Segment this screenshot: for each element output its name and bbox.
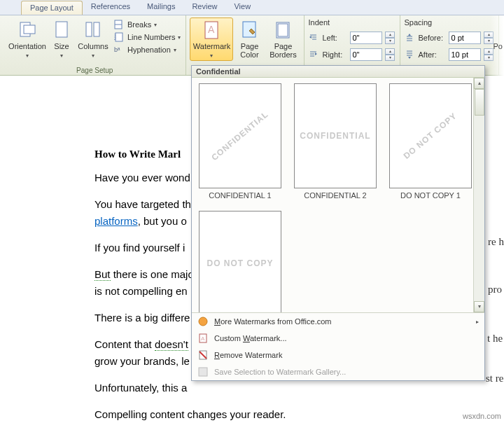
tab-view[interactable]: View — [225, 0, 259, 15]
watermark-item-confidential-1[interactable]: CONFIDENTIAL CONFIDENTIAL 1 — [199, 83, 281, 200]
indent-right-label: Right: — [322, 50, 349, 59]
group-label-page-setup: Page Setup — [7, 67, 182, 75]
indent-right-input[interactable] — [350, 48, 382, 61]
watermark-menu: MMore Watermarks from Office.comore Wate… — [192, 312, 484, 380]
indent-right-spinner[interactable]: ▴▾ — [385, 48, 395, 61]
columns-icon — [82, 19, 104, 41]
svg-rect-14 — [276, 22, 289, 38]
doc-para: Compelling content changes your reader. — [94, 406, 500, 423]
doc-fragment: re h — [488, 236, 504, 248]
watermark-button[interactable]: A Watermark▾ — [190, 18, 233, 61]
custom-watermark-button[interactable]: A Custom Watermark... — [192, 330, 484, 347]
orientation-button[interactable]: Orientation▾ — [7, 18, 48, 60]
watermark-item-donotcopy-1[interactable]: DO NOT COPY DO NOT COPY 1 — [389, 83, 472, 200]
spacing-title: Spacing — [404, 18, 495, 28]
watermark-item-confidential-2[interactable]: CONFIDENTIAL CONFIDENTIAL 2 — [294, 83, 377, 200]
watermark-gallery-panel: Confidential CONFIDENTIAL CONFIDENTIAL 1… — [191, 65, 485, 381]
svg-marker-27 — [408, 34, 411, 36]
svg-rect-3 — [86, 22, 92, 36]
dropdown-arrow-icon: ▾ — [174, 47, 176, 53]
svg-point-32 — [199, 317, 207, 326]
svg-marker-31 — [408, 57, 411, 59]
size-button[interactable]: Size▾ — [48, 18, 76, 60]
spacing-before-icon — [404, 32, 415, 43]
hyphenation-icon: bª — [113, 44, 125, 55]
page-color-label: Page Color — [240, 42, 258, 59]
spacing-after-input[interactable] — [449, 48, 481, 61]
watermark-caption: CONFIDENTIAL 2 — [294, 191, 377, 200]
svg-rect-4 — [94, 22, 99, 36]
breaks-label: Breaks — [127, 20, 151, 29]
spacing-after-label: After: — [418, 50, 447, 59]
watermark-caption: CONFIDENTIAL 1 — [199, 191, 281, 200]
dropdown-arrow-icon: ▾ — [178, 34, 181, 41]
line-numbers-button[interactable]: 12 Line Numbers ▾ — [113, 32, 181, 43]
watermark-gallery-header: Confidential — [192, 66, 484, 78]
spacing-after-spinner[interactable]: ▴▾ — [484, 48, 493, 61]
hyphenation-button[interactable]: bª Hyphenation ▾ — [113, 44, 181, 55]
dropdown-arrow-icon: ▾ — [92, 53, 94, 59]
line-numbers-label: Line Numbers — [127, 33, 175, 41]
watermark-label: Watermark — [193, 42, 230, 50]
more-watermarks-button[interactable]: MMore Watermarks from Office.comore Wate… — [192, 313, 484, 330]
submenu-arrow-icon: ▸ — [476, 319, 479, 325]
scroll-down-icon[interactable]: ▾ — [474, 301, 484, 312]
page-borders-button[interactable]: Page Borders — [265, 18, 300, 59]
svg-rect-2 — [56, 22, 67, 37]
spacing-after-icon — [404, 49, 415, 60]
tab-review[interactable]: Review — [183, 0, 225, 15]
page-color-button[interactable]: Page Color — [233, 18, 265, 59]
scroll-up-icon[interactable]: ▴ — [474, 78, 484, 89]
office-icon — [197, 316, 209, 327]
remove-watermark-button[interactable]: Remove Watermark — [192, 347, 484, 363]
dropdown-arrow-icon: ▾ — [154, 22, 157, 28]
svg-text:A: A — [208, 24, 215, 35]
line-numbers-icon: 12 — [113, 32, 125, 43]
svg-rect-13 — [243, 22, 255, 37]
page-borders-icon — [272, 19, 294, 41]
source-url: wsxdn.com — [463, 412, 501, 420]
watermark-icon: A — [200, 19, 223, 41]
svg-text:2: 2 — [114, 36, 116, 41]
hyphenation-label: Hyphenation — [127, 46, 171, 54]
watermark-item-donotcopy-2[interactable]: DO NOT COPY DO NOT COPY 2 — [199, 211, 281, 312]
svg-rect-37 — [199, 368, 207, 376]
page-borders-label: Page Borders — [270, 42, 297, 59]
spacing-before-spinner[interactable]: ▴▾ — [484, 32, 493, 44]
doc-fragment: st re — [486, 373, 503, 384]
breaks-button[interactable]: Breaks ▾ — [113, 19, 181, 30]
dropdown-arrow-icon: ▾ — [26, 53, 29, 59]
orientation-label: Orientation — [8, 42, 46, 50]
breaks-icon — [113, 19, 125, 30]
position-fragment: Po — [493, 42, 503, 50]
group-page-setup: Orientation▾ Size▾ Columns▾ Breaks ▾ — [0, 15, 186, 75]
columns-label: Columns — [78, 42, 108, 50]
spacing-before-input[interactable] — [449, 32, 481, 44]
svg-text:A: A — [201, 335, 205, 342]
orientation-icon — [16, 19, 38, 41]
spacing-before-label: Before: — [418, 34, 447, 42]
save-watermark-button: Save Selection to Watermark Gallery... — [192, 363, 484, 380]
scroll-thumb[interactable] — [475, 89, 484, 116]
watermark-gallery-grid: CONFIDENTIAL CONFIDENTIAL 1 CONFIDENTIAL… — [192, 78, 484, 312]
indent-left-icon — [308, 32, 319, 43]
doc-para: Unfortunately, this a — [94, 380, 500, 396]
ribbon-tabs: Page Layout References Mailings Review V… — [0, 0, 504, 15]
columns-button[interactable]: Columns▾ — [76, 18, 111, 60]
indent-left-spinner[interactable]: ▴▾ — [385, 32, 395, 44]
indent-left-input[interactable] — [350, 32, 382, 44]
watermark-caption: DO NOT COPY 1 — [389, 191, 472, 200]
svg-marker-19 — [309, 36, 312, 39]
link-platforms[interactable]: platforms — [94, 215, 138, 227]
svg-text:bª: bª — [114, 46, 120, 53]
tab-references[interactable]: References — [83, 0, 139, 15]
doc-fragment: pro — [488, 284, 502, 296]
watermark-scrollbar[interactable]: ▴ ▾ — [473, 78, 484, 312]
svg-rect-1 — [24, 25, 35, 34]
indent-right-icon — [308, 49, 319, 60]
size-label: Size — [54, 42, 69, 50]
page-color-icon — [238, 19, 260, 41]
tab-mailings[interactable]: Mailings — [139, 0, 183, 15]
watermark-small-icon: A — [197, 333, 209, 344]
tab-page-layout[interactable]: Page Layout — [21, 1, 83, 15]
